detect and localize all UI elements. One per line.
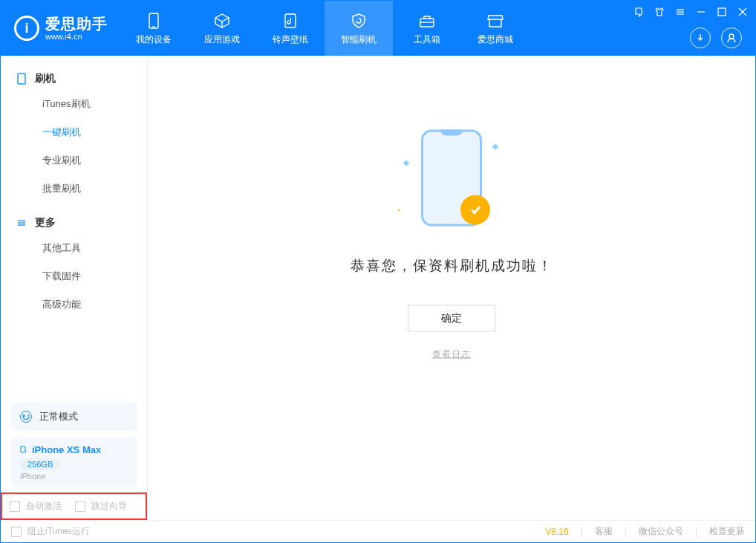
device-icon [20,444,26,455]
checkbox-skip-guide[interactable] [75,501,85,512]
svg-rect-17 [21,446,25,452]
nav-label: 智能刷机 [341,33,377,46]
nav-my-device[interactable]: 我的设备 [120,1,188,56]
music-file-icon [281,11,300,30]
device-name: iPhone XS Max [32,444,101,455]
sidebar-item-advanced[interactable]: 高级功能 [1,290,147,319]
logo-icon: i [14,16,39,41]
menu-icon[interactable] [675,7,685,17]
sidebar-item-batch-flash[interactable]: 批量刷机 [1,175,147,203]
mode-label: 正常模式 [39,410,78,423]
store-icon [486,11,505,30]
header-right [690,27,742,48]
phone-icon [144,11,163,30]
success-illustration [392,123,511,234]
view-log-link[interactable]: 查看日志 [296,348,607,361]
toolbox-icon [417,11,437,30]
device-storage: 256GB [20,458,60,470]
sidebar-group-flash: 刷机 [1,66,147,90]
svg-rect-0 [149,13,158,28]
sidebar-item-pro-flash[interactable]: 专业刷机 [1,146,147,175]
cube-icon [212,11,232,30]
download-button[interactable] [690,27,711,48]
nav-apps-games[interactable]: 应用游戏 [188,1,256,56]
version-label: V8.16 [545,527,568,537]
footer: 阻止iTunes运行 V8.16 | 客服 | 微信公众号 | 检查更新 [1,520,755,542]
ok-button[interactable]: 确定 [408,305,495,332]
nav-label: 应用游戏 [204,33,240,46]
sidebar: 刷机 iTunes刷机 一键刷机 专业刷机 批量刷机 更多 其他工具 下载固件 … [1,56,148,520]
checkbox-auto-activate[interactable] [10,501,20,512]
footer-link-update[interactable]: 检查更新 [709,525,745,538]
nav-label: 铃声壁纸 [273,33,308,46]
nav-label: 我的设备 [136,33,172,46]
list-icon [16,217,27,229]
close-icon[interactable] [737,7,748,17]
nav-label: 工具箱 [414,33,440,46]
footer-link-wechat[interactable]: 微信公众号 [639,525,683,538]
checkbox-label: 跳过向导 [91,500,127,513]
footer-link-support[interactable]: 客服 [595,525,613,538]
sidebar-item-download-firmware[interactable]: 下载固件 [1,262,147,290]
check-icon [460,195,490,225]
device-card[interactable]: iPhone XS Max 256GB iPhone [11,437,137,487]
app-url: www.i4.cn [45,32,108,41]
nav-store[interactable]: 爱思商城 [461,1,529,56]
device-type: iPhone [20,472,128,481]
nav-smart-flash[interactable]: 智能刷机 [325,1,393,56]
nav-toolbox[interactable]: 工具箱 [393,1,461,56]
flash-options-row: 自动激活 跳过向导 [1,492,147,520]
refresh-shield-icon [349,11,368,30]
user-button[interactable] [721,27,742,48]
main-content: 恭喜您，保资料刷机成功啦！ 确定 查看日志 [148,56,755,520]
group-title: 刷机 [35,72,56,85]
top-nav: 我的设备 应用游戏 铃声壁纸 智能刷机 工具箱 爱思商城 [120,1,529,56]
skin-icon[interactable] [654,7,665,17]
maximize-icon[interactable] [717,7,727,17]
svg-point-12 [729,34,734,39]
header: i 爱思助手 www.i4.cn 我的设备 应用游戏 铃声壁纸 智能刷机 工具箱 [1,1,755,56]
sidebar-group-more: 更多 [1,210,147,234]
success-message: 恭喜您，保资料刷机成功啦！ [296,256,607,276]
nav-ringtone-wallpaper[interactable]: 铃声壁纸 [256,1,325,56]
mode-card[interactable]: 正常模式 [11,403,137,431]
minimize-icon[interactable] [696,7,706,17]
feedback-icon[interactable] [633,7,644,17]
app-logo: i 爱思助手 www.i4.cn [1,1,120,56]
svg-rect-9 [718,8,726,16]
sidebar-item-itunes-flash[interactable]: iTunes刷机 [1,90,147,118]
sidebar-item-oneclick-flash[interactable]: 一键刷机 [1,118,147,146]
device-icon [16,73,27,85]
sidebar-item-other-tools[interactable]: 其他工具 [1,234,147,262]
checkbox-label: 自动激活 [26,500,62,513]
group-title: 更多 [35,216,56,230]
mode-icon [20,411,32,423]
app-name: 爱思助手 [45,16,108,32]
window-controls [633,7,748,17]
svg-rect-13 [18,74,25,84]
block-itunes-label: 阻止iTunes运行 [27,525,90,538]
nav-label: 爱思商城 [478,33,513,46]
checkbox-block-itunes[interactable] [11,527,22,537]
